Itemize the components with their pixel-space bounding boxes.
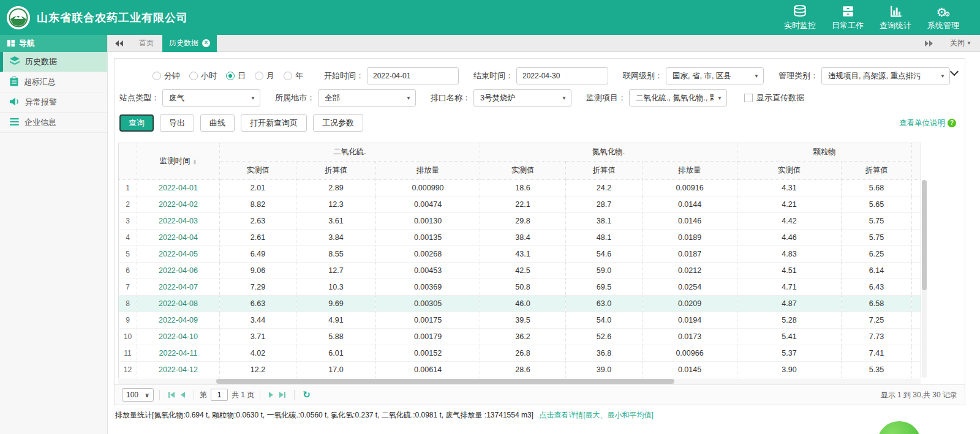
curve-button[interactable]: 曲线 (200, 114, 235, 132)
sort-icon[interactable]: ▲▼ (193, 159, 197, 165)
refresh-icon[interactable]: ↻ (303, 389, 311, 400)
top-nav-item-realtime-monitor[interactable]: 实时监控 (780, 4, 820, 31)
caret-down-icon: ▼ (754, 73, 759, 79)
detail-link[interactable]: 点击查看详情[最大、最小和平均值] (539, 411, 654, 419)
period-radio-年[interactable]: 年 (284, 70, 303, 81)
date-cell[interactable]: 2022-04-03 (137, 213, 220, 230)
filter-row-2: 站点类型： 废气 ▼ 所属地市： 全部 ▼ 排口名称： 3号焚烧炉 ▼ (119, 89, 965, 107)
close-tabs-menu[interactable]: 关闭 ▼ (950, 38, 971, 48)
date-cell[interactable]: 2022-04-12 (137, 362, 220, 378)
close-tabs-label: 关闭 (950, 38, 965, 48)
tab-history-data[interactable]: 历史数据× (162, 35, 217, 52)
radio-dot-icon (284, 72, 292, 80)
period-radio-月[interactable]: 月 (255, 70, 274, 81)
value-cell: 54.0 (566, 312, 643, 329)
date-cell[interactable]: 2022-04-06 (137, 263, 220, 279)
date-cell[interactable]: 2022-04-08 (137, 296, 220, 312)
date-cell[interactable]: 2022-04-02 (137, 196, 220, 213)
network-level-select[interactable]: 国家, 省, 市, 区县 ▼ (666, 67, 764, 84)
divider (294, 390, 295, 400)
date-cell[interactable]: 2022-04-01 (137, 180, 220, 196)
period-radio-小时[interactable]: 小时 (189, 70, 217, 81)
partial-cell (912, 329, 921, 345)
unit-help-link[interactable]: 查看单位说明 ? (899, 118, 956, 129)
vertical-scrollbar[interactable] (922, 180, 927, 378)
table-row: 112022-04-114.026.010.0015226.836.80.009… (119, 345, 921, 362)
sidebar-item-enterprise-info[interactable]: 企业信息 (0, 113, 107, 133)
period-radio-日[interactable]: 日 (226, 70, 246, 81)
date-cell[interactable]: 2022-04-09 (137, 312, 220, 329)
top-nav-item-label: 日常工作 (832, 20, 864, 31)
value-cell: 4.46 (737, 230, 842, 246)
value-cell: 39.5 (480, 312, 566, 329)
sidebar-item-abnormal-alarm[interactable]: 异常报警 (0, 92, 107, 113)
value-cell: 69.5 (566, 279, 643, 296)
tabs-scroll-right-icon[interactable] (925, 40, 933, 47)
query-button[interactable]: 查询 (119, 114, 154, 132)
sidebar-item-history-data[interactable]: 历史数据 (0, 52, 107, 72)
value-cell: 28.7 (566, 196, 643, 213)
value-cell: 54.6 (566, 246, 643, 263)
page-size-select[interactable]: 100 ∨ (122, 388, 154, 402)
row-index-cell: 1 (119, 180, 137, 196)
value-cell: 0.00369 (376, 279, 480, 296)
company-name: 山东省联合农药工业有限公司 (37, 10, 188, 25)
value-cell: 2.63 (220, 213, 296, 230)
manage-category-select[interactable]: 违规项目, 高架源, 重点排污 ▼ (821, 67, 950, 84)
monitor-items-select[interactable]: 二氧化硫., 氮氧化物., 颗粒 ▼ (629, 89, 727, 107)
vertical-scrollbar-thumb[interactable] (922, 180, 927, 290)
show-direct-data-checkbox[interactable] (744, 94, 753, 102)
condition-params-button[interactable]: 工况参数 (313, 114, 363, 132)
horizontal-scrollbar-thumb[interactable] (216, 379, 674, 384)
top-nav-item-query-stats[interactable]: 查询统计 (876, 4, 915, 31)
open-new-query-button[interactable]: 打开新查询页 (241, 114, 307, 132)
row-index-cell: 6 (119, 263, 137, 279)
period-radio-分钟[interactable]: 分钟 (153, 70, 180, 81)
value-cell: 5.35 (842, 362, 912, 378)
first-page-button[interactable] (168, 392, 175, 398)
station-type-select[interactable]: 废气 ▼ (162, 89, 260, 107)
date-cell[interactable]: 2022-04-11 (137, 345, 220, 362)
last-page-button[interactable] (279, 392, 285, 398)
sidebar-item-label: 历史数据 (25, 56, 57, 67)
tab-home[interactable]: 首页 (130, 35, 162, 52)
value-cell: 5.37 (737, 345, 842, 362)
partial-cell (912, 362, 921, 378)
value-cell: 0.0187 (643, 246, 737, 263)
value-cell: 5.88 (296, 329, 376, 345)
radio-label: 月 (266, 70, 274, 81)
date-cell[interactable]: 2022-04-04 (137, 230, 220, 246)
start-time-input[interactable] (367, 67, 459, 84)
station-type-value: 废气 (169, 93, 184, 103)
value-cell: 0.00474 (376, 196, 480, 213)
top-nav-item-system-manage[interactable]: ⚙⚙系统管理 (924, 4, 963, 31)
city-select[interactable]: 全部 ▼ (318, 89, 416, 107)
value-cell: 0.00268 (376, 246, 480, 263)
partial-cell (912, 296, 921, 312)
date-cell[interactable]: 2022-04-10 (137, 329, 220, 345)
top-nav-item-daily-work[interactable]: 日常工作 (828, 4, 867, 31)
tab-label: 历史数据 (169, 38, 198, 48)
end-time-input[interactable] (516, 67, 608, 84)
tab-close-icon[interactable]: × (202, 39, 210, 47)
date-cell[interactable]: 2022-04-07 (137, 279, 220, 296)
prev-page-button[interactable] (181, 392, 185, 398)
value-cell: 0.0212 (643, 263, 737, 279)
caret-down-icon: ▼ (940, 73, 945, 79)
date-cell[interactable]: 2022-04-05 (137, 246, 220, 263)
outlet-name-select[interactable]: 3号焚烧炉 ▼ (473, 89, 571, 107)
value-cell: 38.1 (566, 213, 643, 230)
tabs-scroll-left-icon[interactable] (115, 40, 123, 47)
export-button[interactable]: 导出 (160, 114, 194, 132)
sidebar-item-over-limit-summary[interactable]: 超标汇总 (0, 72, 107, 92)
row-index-cell: 9 (119, 312, 137, 329)
next-page-button[interactable] (269, 392, 273, 398)
group-header-1: 氮氧化物. (480, 143, 737, 162)
show-direct-data-checkbox-wrap[interactable]: 显示直传数据 (744, 92, 804, 103)
horizontal-scrollbar[interactable] (118, 379, 921, 384)
current-page-input[interactable] (211, 389, 228, 401)
value-cell: 0.00152 (376, 345, 480, 362)
value-cell: 0.0254 (643, 279, 737, 296)
tab-label: 首页 (139, 38, 154, 48)
table-row: 12022-04-012.012.890.00099018.624.20.009… (119, 180, 921, 196)
